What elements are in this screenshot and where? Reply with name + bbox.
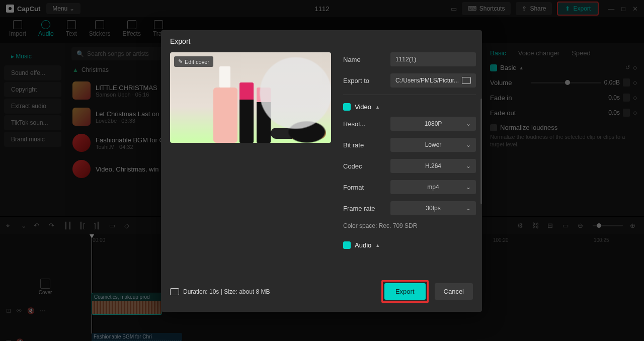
cover-preview: ✎ Edit cover [170,52,331,143]
resolution-select[interactable]: 1080P [390,117,476,131]
check-icon [343,241,351,249]
edit-cover-button[interactable]: ✎ Edit cover [174,56,213,67]
exportto-row: Export to C:/Users/PMLS/Pictur... [343,73,476,88]
duration-info: Duration: 10s | Size: about 8 MB [170,288,270,295]
pencil-icon: ✎ [178,58,183,65]
export-footer: Duration: 10s | Size: about 8 MB Export … [161,273,482,312]
cancel-button[interactable]: Cancel [435,283,473,300]
name-input[interactable] [390,52,476,66]
caret-up-icon: ▲ [375,243,380,248]
caret-up-icon: ▲ [375,105,380,110]
export-path[interactable]: C:/Users/PMLS/Pictur... [390,73,476,88]
scrollbar[interactable] [480,99,482,204]
export-modal: Export ✎ Edit cover Name Export to [161,30,482,312]
framerate-select[interactable]: 30fps [390,201,476,215]
format-select[interactable]: mp4 [390,180,476,194]
colorspace-text: Color space: Rec. 709 SDR [343,222,476,229]
name-row: Name [343,52,476,66]
audio-section-header[interactable]: Audio ▲ [343,241,476,249]
video-section-header[interactable]: Video ▲ [343,103,476,111]
export-form: Name Export to C:/Users/PMLS/Pictur... V… [343,52,476,273]
folder-icon [462,77,471,84]
export-highlight: Export [381,280,429,303]
bitrate-select[interactable]: Lower [390,138,476,152]
export-confirm-button[interactable]: Export [384,283,426,300]
codec-select[interactable]: H.264 [390,159,476,173]
export-body: ✎ Edit cover Name Export to C:/Users/PML… [161,52,482,273]
cosmetics-illustration [213,88,237,143]
check-icon [343,103,351,111]
film-icon [170,288,179,295]
export-title: Export [161,30,482,52]
cover-column: ✎ Edit cover [170,52,331,273]
